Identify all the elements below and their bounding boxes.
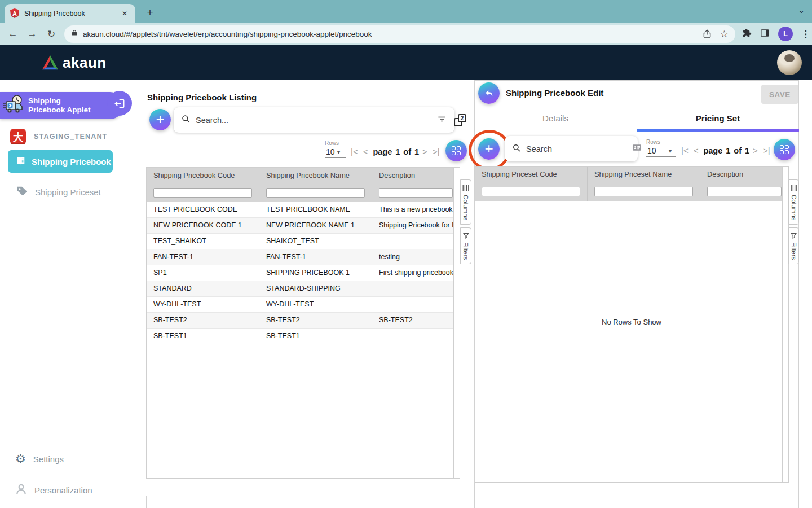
back-icon[interactable]: ← <box>3 28 23 40</box>
column-header[interactable]: Description <box>700 167 788 182</box>
tab-pricing-set[interactable]: Pricing Set <box>637 113 799 123</box>
prev-page-icon[interactable]: < <box>694 146 699 155</box>
column-filter-input[interactable] <box>266 188 365 198</box>
table-cell: SB-TEST2 <box>147 313 259 328</box>
table-cell: SP1 <box>147 265 259 281</box>
column-filter-input[interactable] <box>707 187 782 196</box>
sidebar-item-settings[interactable]: ⚙ Settings <box>15 452 64 466</box>
tab-details[interactable]: Details <box>474 113 637 123</box>
columns-side-tab[interactable]: Columns <box>460 179 471 225</box>
table-row[interactable]: WY-DHL-TESTWY-DHL-TEST <box>147 297 460 313</box>
column-header[interactable]: Shipping Priceset Name <box>588 167 700 182</box>
add-pricebook-button[interactable]: + <box>149 109 171 130</box>
table-cell: STANDARD <box>147 281 259 296</box>
filters-side-tab[interactable]: Filters <box>788 227 799 264</box>
column-header[interactable]: Description <box>372 168 460 183</box>
tab-close-icon[interactable]: ✕ <box>120 8 130 19</box>
first-page-icon[interactable]: |< <box>681 146 689 155</box>
table-row[interactable]: SB-TEST1SB-TEST1 <box>147 329 460 344</box>
column-header[interactable]: Shipping Pricebook Name <box>259 168 372 183</box>
next-page-icon[interactable]: > <box>753 146 758 155</box>
listing-pagination: |< < page 1 of 1 > >| <box>351 147 440 156</box>
rows-per-page-select[interactable]: 10 <box>647 146 656 155</box>
columns-icon <box>462 185 469 191</box>
table-row[interactable]: SB-TEST2SB-TEST2SB-TEST2 <box>147 313 460 329</box>
sidebar-item-shipping-priceset[interactable]: Shipping Priceset <box>16 185 101 199</box>
reload-icon[interactable]: ↻ <box>42 28 61 40</box>
duplicate-view-icon[interactable]: 2 <box>454 114 466 126</box>
funnel-icon <box>791 233 797 239</box>
tab-search-chevron-icon[interactable]: ⌄ <box>795 6 807 15</box>
contact-card-icon[interactable] <box>632 142 642 155</box>
last-page-icon[interactable]: >| <box>763 146 770 155</box>
sidebar-item-shipping-pricebook[interactable]: Shipping Pricebook <box>8 150 113 173</box>
browser-tab[interactable]: A Shipping Pricebook ✕ <box>5 4 135 23</box>
exit-applet-button[interactable] <box>107 91 132 116</box>
bookmark-star-icon[interactable]: ☆ <box>720 28 729 40</box>
first-page-icon[interactable]: |< <box>351 147 358 156</box>
search-icon <box>511 143 522 155</box>
extensions-puzzle-icon[interactable] <box>741 28 752 41</box>
column-filter-input[interactable] <box>153 188 252 198</box>
priceset-search-input[interactable] <box>526 144 632 154</box>
url-text: akaun.cloud/#/applets/tnt/wavelet/erp/ac… <box>83 30 694 38</box>
listing-title: Shipping Pricebook Listing <box>147 93 257 102</box>
applet-banner[interactable]: Shipping Pricebook Applet <box>0 92 123 119</box>
filter-list-icon[interactable] <box>436 113 448 127</box>
column-header[interactable]: Shipping Priceset Code <box>475 167 588 182</box>
filters-side-tab[interactable]: Filters <box>460 227 471 264</box>
add-priceset-button[interactable]: + <box>478 138 500 160</box>
new-tab-button[interactable]: + <box>142 5 158 20</box>
shipping-truck-icon <box>2 94 25 117</box>
rows-label: Rows <box>325 140 339 146</box>
column-filter-input[interactable] <box>379 188 453 198</box>
browser-menu-icon[interactable]: ⋮ <box>801 28 810 40</box>
column-filter-input[interactable] <box>594 187 693 196</box>
akaun-triangle-icon <box>42 55 59 71</box>
tenant-label: STAGING_TENANT <box>34 133 107 141</box>
table-cell: NEW PRICEBOOK CODE 1 <box>147 218 259 233</box>
funnel-icon <box>463 233 469 239</box>
side-panel-icon[interactable] <box>760 28 770 41</box>
prev-page-icon[interactable]: < <box>363 147 368 156</box>
table-scrollbar[interactable] <box>782 167 788 482</box>
sidebar-item-tenant[interactable]: 大 STAGING_TENANT <box>10 129 107 144</box>
share-icon[interactable] <box>702 29 712 39</box>
page-word: page <box>703 146 722 155</box>
sidebar-item-personalization[interactable]: Personalization <box>15 483 92 497</box>
user-avatar[interactable] <box>777 50 802 75</box>
app-navbar: akaun <box>0 45 812 80</box>
listing-search-box[interactable] <box>174 107 454 133</box>
column-filter-input[interactable] <box>482 187 580 196</box>
priceset-search-box[interactable] <box>505 136 638 161</box>
save-button[interactable]: SAVE <box>761 85 798 104</box>
listing-grid-view-button[interactable] <box>445 140 467 161</box>
last-page-icon[interactable]: >| <box>433 147 440 156</box>
browser-profile-avatar[interactable]: L <box>778 27 793 41</box>
table-cell: WY-DHL-TEST <box>259 297 372 312</box>
listing-search-input[interactable] <box>196 116 436 125</box>
columns-side-tab[interactable]: Columns <box>788 179 799 225</box>
edit-grid-view-button[interactable] <box>774 139 795 160</box>
table-cell <box>372 329 460 344</box>
table-cell: SHAIKOT_TEST <box>259 234 372 249</box>
forward-icon[interactable]: → <box>23 28 42 40</box>
sidebar: Shipping Pricebook Applet 大 STAGING_TENA… <box>0 80 121 508</box>
table-row[interactable]: SP1SHIPPING PRICEBOOK 1First shipping pr… <box>147 265 460 281</box>
table-row[interactable]: TEST_SHAIKOTSHAIKOT_TEST <box>147 234 460 249</box>
column-header[interactable]: Shipping Pricebook Code <box>147 168 259 183</box>
address-bar[interactable]: akaun.cloud/#/applets/tnt/wavelet/erp/ac… <box>64 25 735 43</box>
table-scrollbar[interactable] <box>453 168 460 478</box>
table-row[interactable]: NEW PRICEBOOK CODE 1NEW PRICEBOOK NAME 1… <box>147 218 460 234</box>
caret-down-icon: ▾ <box>669 148 672 154</box>
table-row[interactable]: TEST PRICEBOOK CODETEST PRICEBOOK NAMETh… <box>147 202 460 218</box>
page-total: 1 <box>745 146 749 155</box>
akaun-logo[interactable]: akaun <box>42 54 107 72</box>
table-cell: FAN-TEST-1 <box>147 249 259 265</box>
table-row[interactable]: FAN-TEST-1FAN-TEST-1testing <box>147 249 460 265</box>
page-number: 1 <box>395 147 400 156</box>
rows-per-page-select[interactable]: 10 <box>326 147 335 156</box>
back-button[interactable] <box>478 82 500 104</box>
table-row[interactable]: STANDARDSTANDARD-SHIPPING <box>147 281 460 297</box>
next-page-icon[interactable]: > <box>422 147 427 156</box>
